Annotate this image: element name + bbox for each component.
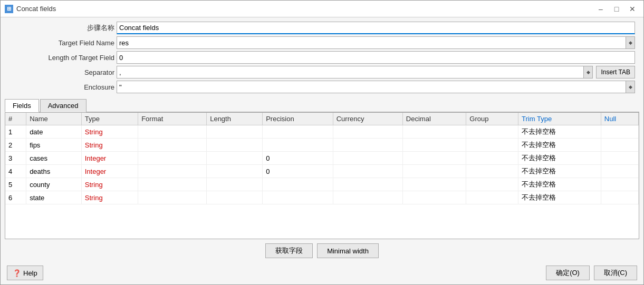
cell-format (138, 125, 207, 139)
tab-advanced[interactable]: Advanced (40, 99, 86, 112)
help-button[interactable]: ❓ Help (7, 266, 43, 280)
minimize-button[interactable]: – (594, 3, 608, 15)
cell-trim: 不去掉空格 (518, 152, 601, 165)
target-field-label: Target Field Name (9, 39, 114, 47)
cell-group (466, 139, 518, 152)
cell-group (466, 165, 518, 178)
target-field-row: Target Field Name ◆ (9, 36, 635, 49)
cell-decimal (402, 152, 466, 165)
cell-num: 2 (5, 139, 26, 152)
table-row[interactable]: 5 county String 不去掉空格 (5, 178, 639, 191)
window-title: Concat fields (16, 5, 594, 13)
cell-num: 3 (5, 152, 26, 165)
enclosure-spin[interactable]: ◆ (626, 81, 635, 93)
col-precision: Precision (263, 113, 333, 125)
cell-format (138, 178, 207, 191)
cell-type: String (81, 139, 138, 152)
step-name-row: 步骤名称 (9, 22, 635, 34)
cell-precision: 0 (263, 152, 333, 165)
cell-precision (263, 178, 333, 191)
cell-trim: 不去掉空格 (518, 139, 601, 152)
separator-spin[interactable]: ◆ (583, 66, 593, 78)
table-row[interactable]: 1 date String 不去掉空格 (5, 125, 639, 139)
main-window: ⊞ Concat fields – □ ✕ 步骤名称 Target Field … (0, 0, 644, 285)
table-header: # Name Type Format Length Precision Curr… (5, 113, 639, 125)
table-row[interactable]: 3 cases Integer 0 不去掉空格 (5, 152, 639, 165)
cell-type: Integer (81, 165, 138, 178)
cell-null (601, 125, 638, 139)
separator-row: Separator ◆ Insert TAB (9, 66, 635, 78)
cell-currency (333, 165, 402, 178)
maximize-button[interactable]: □ (610, 3, 623, 15)
cell-decimal (402, 165, 466, 178)
enclosure-input[interactable] (117, 81, 635, 93)
confirm-button[interactable]: 确定(O) (546, 266, 590, 280)
cell-type: String (81, 191, 138, 204)
window-controls: – □ ✕ (594, 3, 639, 15)
cell-precision (263, 125, 333, 139)
col-format: Format (138, 113, 207, 125)
cell-precision (263, 191, 333, 204)
fields-table: # Name Type Format Length Precision Curr… (5, 113, 639, 204)
cell-decimal (402, 178, 466, 191)
close-button[interactable]: ✕ (626, 3, 639, 15)
cell-length (207, 152, 263, 165)
cell-name: fips (26, 139, 82, 152)
step-name-input-wrap (117, 22, 635, 34)
cell-decimal (402, 191, 466, 204)
target-field-input-wrap: ◆ (117, 36, 635, 49)
col-name: Name (26, 113, 82, 125)
cell-group (466, 152, 518, 165)
table-row[interactable]: 4 deaths Integer 0 不去掉空格 (5, 165, 639, 178)
cell-trim: 不去掉空格 (518, 125, 601, 139)
help-icon: ❓ (13, 269, 21, 277)
tab-fields[interactable]: Fields (5, 99, 39, 112)
cell-name: county (26, 178, 82, 191)
cell-precision (263, 139, 333, 152)
length-label: Length of Target Field (9, 54, 114, 62)
col-trim: Trim Type (518, 113, 601, 125)
bottom-bar: ❓ Help 确定(O) 取消(C) (1, 262, 643, 284)
target-field-input[interactable] (117, 36, 635, 49)
cell-currency (333, 125, 402, 139)
col-decimal: Decimal (402, 113, 466, 125)
cell-null (601, 165, 638, 178)
cell-format (138, 191, 207, 204)
cell-currency (333, 139, 402, 152)
enclosure-row: Enclosure ◆ (9, 81, 635, 93)
length-input[interactable] (117, 51, 635, 64)
cell-name: cases (26, 152, 82, 165)
cell-group (466, 191, 518, 204)
target-field-spin[interactable]: ◆ (626, 36, 635, 49)
cell-name: date (26, 125, 82, 139)
col-null: Null (601, 113, 638, 125)
step-name-label: 步骤名称 (9, 23, 114, 33)
table-row[interactable]: 2 fips String 不去掉空格 (5, 139, 639, 152)
get-fields-button[interactable]: 获取字段 (265, 243, 313, 258)
cell-currency (333, 191, 402, 204)
cell-num: 6 (5, 191, 26, 204)
bottom-right-controls: 确定(O) 取消(C) (546, 266, 637, 280)
cell-length (207, 178, 263, 191)
action-bar: 获取字段 Minimal width (1, 239, 643, 262)
minimal-width-button[interactable]: Minimal width (317, 243, 379, 258)
length-input-wrap (117, 51, 635, 64)
separator-input[interactable] (117, 66, 593, 78)
table-row[interactable]: 6 state String 不去掉空格 (5, 191, 639, 204)
step-name-input[interactable] (117, 22, 635, 34)
col-group: Group (466, 113, 518, 125)
cell-num: 5 (5, 178, 26, 191)
title-bar: ⊞ Concat fields – □ ✕ (1, 1, 643, 17)
tabs-area: Fields Advanced (1, 99, 643, 112)
cell-name: state (26, 191, 82, 204)
help-label: Help (23, 269, 37, 277)
enclosure-input-wrap: ◆ (117, 81, 635, 93)
separator-input-wrap: ◆ (117, 66, 593, 78)
cancel-button[interactable]: 取消(C) (594, 266, 637, 280)
cell-trim: 不去掉空格 (518, 178, 601, 191)
tab-bar: Fields Advanced (5, 99, 639, 112)
cell-decimal (402, 125, 466, 139)
cell-group (466, 178, 518, 191)
insert-tab-button[interactable]: Insert TAB (596, 66, 635, 78)
cell-decimal (402, 139, 466, 152)
